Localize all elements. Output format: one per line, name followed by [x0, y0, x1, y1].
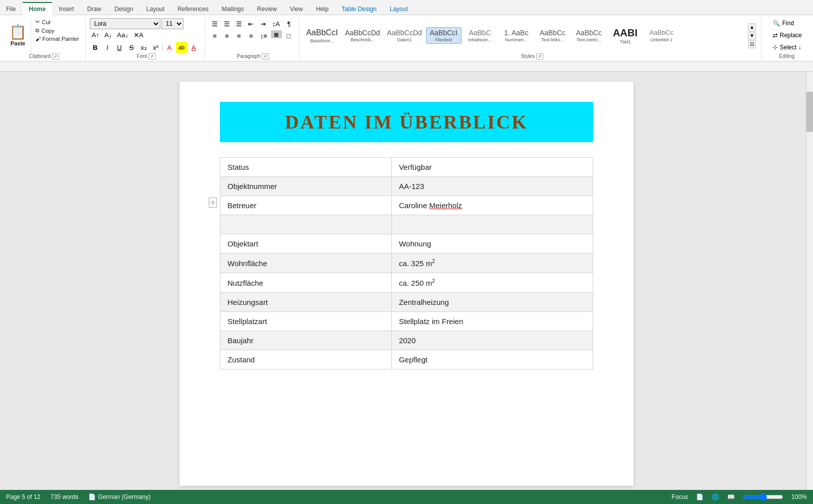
document-area: ⊹ DATEN IM ÜBERBLICK Status Verfügbar Ob…: [0, 72, 813, 496]
paste-label: Paste: [11, 40, 25, 46]
superscript-button[interactable]: x²: [150, 42, 161, 53]
show-marks-button[interactable]: ¶: [283, 18, 295, 29]
numbered-button[interactable]: ☰: [221, 18, 233, 29]
scrollbar-thumb[interactable]: [806, 92, 813, 132]
replace-button[interactable]: ⇄ Replace: [769, 30, 806, 40]
tab-bar: File Home Insert Draw Design Layout Refe…: [0, 0, 813, 15]
style-daten1[interactable]: AaBbCcDd Daten1: [384, 28, 425, 44]
style-basisform[interactable]: AaBbCcI Basisform...: [303, 27, 341, 44]
tab-layout[interactable]: Layout: [140, 2, 170, 15]
table-row: [220, 215, 593, 234]
table-row: Zustand Gepflegt: [220, 350, 593, 369]
sort-button[interactable]: ↕A: [270, 18, 282, 29]
font-group-label: Font ↗: [137, 53, 155, 59]
styles-scroll-down[interactable]: ▼: [748, 32, 756, 40]
tab-insert[interactable]: Insert: [53, 2, 80, 15]
style-untertitel-label: Untertitel-1: [651, 37, 673, 42]
style-text-zentri-preview: AaBbCc: [576, 29, 602, 37]
style-nummeri-preview: 1. AaBc: [504, 29, 528, 37]
format-painter-button[interactable]: 🖌 Format Painter: [33, 35, 81, 42]
shading-button[interactable]: ▦: [271, 30, 282, 38]
style-nummeri[interactable]: 1. AaBc Nummeri...: [499, 28, 534, 44]
table-cell-label: Betreuer: [220, 196, 392, 215]
table-row: Heizungsart Zentralheizung: [220, 293, 593, 312]
justify-button[interactable]: ≡: [246, 30, 257, 41]
tab-review[interactable]: Review: [251, 2, 283, 15]
tab-view[interactable]: View: [284, 2, 309, 15]
increase-font-size-button[interactable]: A↑: [90, 30, 101, 40]
font-size-selector[interactable]: 11: [161, 18, 184, 29]
cut-button[interactable]: ✂ Cut: [33, 18, 81, 26]
style-untertitel-preview: AaBbCc: [650, 29, 674, 37]
line-spacing-button[interactable]: ↕≡: [258, 30, 270, 41]
strikethrough-button[interactable]: S: [126, 42, 137, 53]
paragraph-expander[interactable]: ↗: [262, 53, 269, 59]
table-move-icon[interactable]: ⊹: [209, 198, 217, 208]
styles-expander[interactable]: ↗: [536, 53, 543, 59]
table-cell-value: Stellplatz im Freien: [391, 312, 593, 331]
styles-scroll-more[interactable]: ⊡: [748, 40, 756, 48]
styles-scroll-up[interactable]: ▲: [748, 23, 756, 31]
bold-button[interactable]: B: [90, 42, 101, 53]
zoom-slider[interactable]: [743, 493, 783, 496]
style-beschreib[interactable]: AaBbCcDd Beschreib...: [342, 28, 383, 44]
tab-help[interactable]: Help: [310, 2, 335, 15]
find-button[interactable]: 🔍 Find: [769, 18, 806, 28]
highlight-color-button[interactable]: ab: [176, 42, 187, 53]
font-selector[interactable]: Lora: [90, 18, 160, 29]
tab-draw[interactable]: Draw: [81, 2, 107, 15]
text-effects-button[interactable]: A: [164, 42, 175, 53]
change-case-button[interactable]: Aa↓: [115, 30, 130, 40]
font-expander[interactable]: ↗: [148, 53, 155, 59]
increase-indent-button[interactable]: ⇥: [258, 18, 269, 29]
word-count-label: 735 words: [50, 493, 78, 496]
style-titel1[interactable]: AABI Titel1: [608, 26, 643, 45]
font-color-button[interactable]: A: [188, 42, 199, 53]
select-button[interactable]: ⊹ Select ↓: [769, 42, 806, 52]
table-row: Baujahr 2020: [220, 331, 593, 350]
tab-layout2[interactable]: Layout: [384, 2, 414, 15]
replace-label: Replace: [780, 32, 802, 39]
underline-button[interactable]: U: [114, 42, 125, 53]
table-cell-label: Nutzfläche: [220, 273, 392, 293]
align-left-button[interactable]: ≡: [209, 30, 220, 41]
copy-button[interactable]: ⧉ Copy: [33, 27, 81, 34]
decrease-font-size-button[interactable]: A↓: [102, 30, 114, 40]
style-fliestext[interactable]: AaBbCcI Fliestext: [426, 27, 461, 44]
paste-button[interactable]: 📋 Paste: [5, 18, 31, 53]
align-right-button[interactable]: ≡: [234, 30, 245, 41]
clipboard-group: 📋 Paste ✂ Cut ⧉ Copy 🖌 Format Painter Cl…: [3, 17, 86, 60]
cut-label: Cut: [42, 19, 50, 25]
bullets-button[interactable]: ☰: [209, 18, 220, 29]
clear-formatting-button[interactable]: ✕A: [132, 30, 146, 40]
style-text-zentri[interactable]: AaBbCc Text-zentri...: [571, 28, 607, 44]
view-web-icon[interactable]: 🌐: [712, 493, 719, 496]
align-center-button[interactable]: ≡: [221, 30, 233, 41]
tab-mailings[interactable]: Mailings: [215, 2, 250, 15]
table-cell-label: Objektnummer: [220, 177, 392, 196]
style-untertitel[interactable]: AaBbCc Untertitel-1: [644, 28, 679, 43]
tab-home[interactable]: Home: [23, 2, 51, 15]
subscript-button[interactable]: x₂: [138, 42, 149, 53]
editing-group-label: Editing: [779, 53, 795, 59]
tab-references[interactable]: References: [171, 2, 214, 15]
tab-design[interactable]: Design: [108, 2, 139, 15]
focus-button[interactable]: Focus: [672, 493, 688, 496]
decrease-indent-button[interactable]: ⇤: [246, 18, 257, 29]
clipboard-expander[interactable]: ↗: [52, 53, 59, 59]
view-read-icon[interactable]: 📖: [727, 493, 735, 496]
style-text-links[interactable]: AaBbCc Text-links...: [535, 28, 570, 44]
vertical-scrollbar[interactable]: [806, 72, 813, 496]
language-label: German (Germany): [98, 493, 150, 496]
italic-button[interactable]: I: [102, 42, 113, 53]
tab-table-design[interactable]: Table Design: [335, 2, 382, 15]
style-beschreib-preview: AaBbCcDd: [345, 29, 380, 37]
status-bar: Page 5 of 12 735 words 📄 German (Germany…: [0, 490, 813, 496]
multilevel-button[interactable]: ☰: [234, 18, 245, 29]
borders-button[interactable]: □: [283, 30, 294, 41]
tab-file[interactable]: File: [0, 2, 22, 15]
style-inhaltsver[interactable]: AaBbC Inhaltsver...: [462, 28, 498, 44]
style-inhaltsver-preview: AaBbC: [469, 29, 491, 37]
view-print-icon[interactable]: 📄: [696, 493, 704, 496]
format-painter-icon: 🖌: [35, 36, 41, 42]
